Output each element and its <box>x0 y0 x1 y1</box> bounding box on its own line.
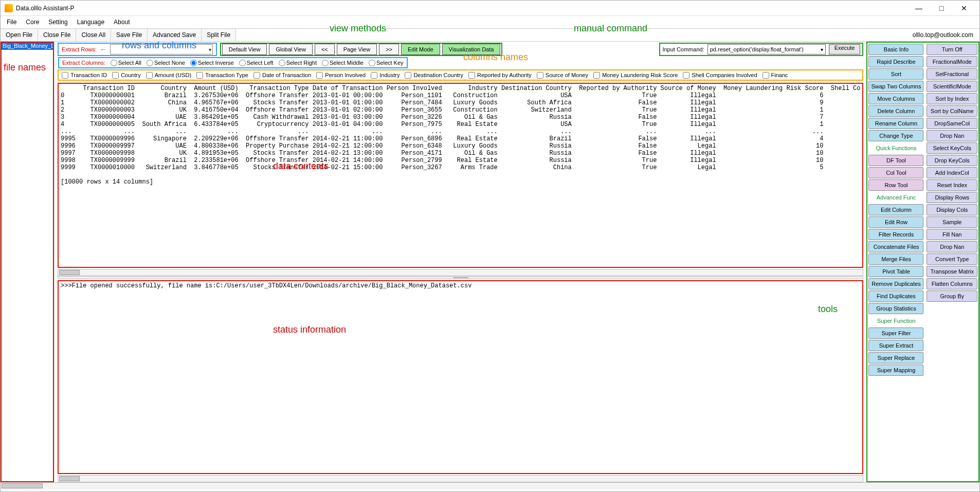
tool-move-columns[interactable]: Move Columns <box>868 93 923 104</box>
tool-row-tool[interactable]: Row Tool <box>868 179 923 191</box>
view-page-view[interactable]: Page View <box>337 44 377 55</box>
view-visualization-data[interactable]: Visualization Data <box>442 44 501 55</box>
tool-group-by[interactable]: Group By <box>927 290 977 302</box>
column-person-involved[interactable]: Person Involved <box>316 72 366 79</box>
tool-display-rows[interactable]: Display Rows <box>927 192 977 203</box>
file-item[interactable]: Big_Black_Money_Dat <box>1 42 54 50</box>
column-transaction-id[interactable]: Transaction ID <box>62 72 107 79</box>
tool-drop-nan[interactable]: Drop Nan <box>927 130 977 141</box>
execute-button[interactable]: Execute <box>829 44 861 54</box>
tool-sample[interactable]: Sample <box>927 216 977 228</box>
select-mode-select-none[interactable]: Select None <box>147 60 185 66</box>
column-money-laundering-risk-score[interactable]: Money Laundering Risk Score <box>593 72 678 79</box>
main-pane: Extract Rows: ← ▾ Default ViewGlobal Vie… <box>55 42 866 482</box>
minimize-button[interactable]: — <box>908 1 930 15</box>
tool-setfractional[interactable]: SetFractional <box>927 68 977 80</box>
menu-file[interactable]: File <box>7 19 16 26</box>
tool-remove-duplicates[interactable]: Remove Duplicates <box>868 278 923 289</box>
close-button[interactable]: ✕ <box>953 1 975 15</box>
tool-super-replace[interactable]: Super Replace <box>868 352 923 363</box>
tool-sort-by-colname[interactable]: Sort by ColName <box>927 105 977 117</box>
menu-language[interactable]: Language <box>77 19 104 26</box>
tool-add-indexcol[interactable]: Add IndexCol <box>927 167 977 178</box>
columns-row: Transaction IDCountryAmount (USD)Transac… <box>58 69 863 81</box>
data-hscroll[interactable] <box>58 269 863 276</box>
status-area[interactable]: >>>File opened successfully, file name i… <box>58 280 863 474</box>
tool-change-type[interactable]: Change Type <box>868 130 923 141</box>
menubar: FileCoreSettingLanguageAbout <box>1 16 979 28</box>
view-edit-mode[interactable]: Edit Mode <box>401 44 440 55</box>
tool-df-tool[interactable]: DF Tool <box>868 155 923 166</box>
column-destination-country[interactable]: Destination Country <box>405 72 463 79</box>
column-reported-by-authority[interactable]: Reported by Authority <box>468 72 532 79</box>
tool-filter-records[interactable]: Filter Records <box>868 229 923 240</box>
view--[interactable]: >> <box>379 44 399 55</box>
tool-drop-nan[interactable]: Drop Nan <box>927 241 977 252</box>
tool-rename-column[interactable]: Rename Column <box>868 118 923 129</box>
view--[interactable]: << <box>315 44 335 55</box>
column-industry[interactable]: Industry <box>371 72 400 79</box>
column-date-of-transaction[interactable]: Date of Transaction <box>253 72 311 79</box>
column-source-of-money[interactable]: Source of Money <box>537 72 588 79</box>
tool-reset-index[interactable]: Reset Index <box>927 179 977 191</box>
tool-rapid-describe[interactable]: Rapid Describe <box>868 56 923 67</box>
column-amount-usd-[interactable]: Amount (USD) <box>146 72 192 79</box>
extract-rows-combo[interactable]: ▾ <box>110 44 213 54</box>
tool-edit-column[interactable]: Edit Column <box>868 204 923 215</box>
view-global-view[interactable]: Global View <box>269 44 313 55</box>
tool-super-function: Super Function <box>868 315 923 326</box>
tool-edit-row[interactable]: Edit Row <box>868 216 923 228</box>
tool-concatenate-files[interactable]: Concatenate Files <box>868 241 923 252</box>
tool-fill-nan[interactable]: Fill Nan <box>927 229 977 240</box>
toolbar-save-file[interactable]: Save File <box>111 29 148 41</box>
tool-flatten-columns[interactable]: Flatten Columns <box>927 278 977 289</box>
tool-merge-files[interactable]: Merge Files <box>868 253 923 265</box>
select-mode-select-middle[interactable]: Select Middle <box>322 60 364 66</box>
tool-delete-column[interactable]: Delete Column <box>868 105 923 117</box>
maximize-button[interactable]: □ <box>930 1 953 15</box>
tool-group-statistics[interactable]: Group Statistics <box>868 303 923 314</box>
menu-setting[interactable]: Setting <box>48 19 67 26</box>
tool-scientificlmode[interactable]: ScientificlMode <box>927 81 977 92</box>
select-mode-select-left[interactable]: Select Left <box>239 60 274 66</box>
toolbar-close-all[interactable]: Close All <box>76 29 111 41</box>
tool-transpose-matrix[interactable]: Transpose Matrix <box>927 266 977 277</box>
tool-super-mapping[interactable]: Super Mapping <box>868 365 923 376</box>
tool-convert-type[interactable]: Convert Type <box>927 253 977 265</box>
select-mode-select-right[interactable]: Select Right <box>279 60 317 66</box>
tool-dropsamecol[interactable]: DropSameCol <box>927 118 977 129</box>
column-country[interactable]: Country <box>112 72 141 79</box>
command-input[interactable]: pd.reset_option('display.float_format') … <box>707 44 826 54</box>
toolbar-close-file[interactable]: Close File <box>38 29 76 41</box>
tool-find-duplicates[interactable]: Find Duplicates <box>868 290 923 302</box>
tool-super-filter[interactable]: Super Filter <box>868 327 923 339</box>
window-hscroll[interactable] <box>1 482 979 489</box>
splitter[interactable] <box>58 276 863 279</box>
tool-super-extract[interactable]: Super Extract <box>868 340 923 351</box>
select-mode-select-key[interactable]: Select Key <box>369 60 404 66</box>
status-hscroll[interactable] <box>58 475 863 482</box>
menu-core[interactable]: Core <box>26 19 39 26</box>
column-transaction-type[interactable]: Transaction Type <box>196 72 248 79</box>
tool-drop-keycols[interactable]: Drop KeyCols <box>927 155 977 166</box>
column-financ[interactable]: Financ <box>763 72 788 79</box>
menu-about[interactable]: About <box>114 19 130 26</box>
tool-sort[interactable]: Sort <box>868 68 923 80</box>
select-mode-select-inverse[interactable]: Select Inverse <box>190 60 234 66</box>
tool-select-keycols[interactable]: Select KeyCols <box>927 142 977 154</box>
toolbar-open-file[interactable]: Open File <box>1 29 38 41</box>
toolbar-advanced-save[interactable]: Advanced Save <box>148 29 202 41</box>
tool-fractionalmode[interactable]: FractionalMode <box>927 56 977 67</box>
tool-turn-off[interactable]: Turn Off <box>927 44 977 55</box>
column-shell-companies-involved[interactable]: Shell Companies Involved <box>683 72 757 79</box>
tool-col-tool[interactable]: Col Tool <box>868 167 923 178</box>
view-default-view[interactable]: Default View <box>222 44 267 55</box>
tool-basic-info[interactable]: Basic Info <box>868 44 923 55</box>
data-area[interactable]: Transaction ID Country Amount (USD) Tran… <box>58 83 863 268</box>
select-mode-select-all[interactable]: Select All <box>111 60 141 66</box>
tool-sort-by-index[interactable]: Sort by Index <box>927 93 977 104</box>
tool-swap-two-columns[interactable]: Swap Two Columns <box>868 81 923 92</box>
tool-display-cols[interactable]: Display Cols <box>927 204 977 215</box>
toolbar-split-file[interactable]: Split File <box>202 29 236 41</box>
tool-pivot-table[interactable]: Pivot Table <box>868 266 923 277</box>
